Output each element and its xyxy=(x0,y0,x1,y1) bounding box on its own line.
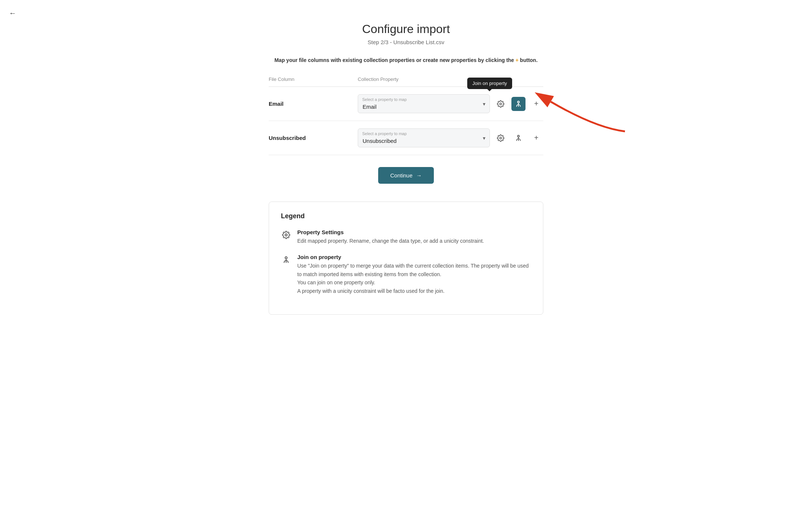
continue-label: Continue xyxy=(390,172,412,179)
col-property-header: Collection Property xyxy=(358,76,543,82)
unsubscribed-select-wrapper: Select a property to map Unsubscribed ▾ xyxy=(358,128,490,147)
plus-icon: + xyxy=(534,99,538,108)
page-title: Configure import xyxy=(269,22,543,36)
continue-arrow: → xyxy=(416,172,422,179)
gear-icon-2 xyxy=(497,134,504,142)
instruction-text-before: Map your file columns with existing coll… xyxy=(274,57,515,63)
legend-item-join: Join on property Use "Join on property" … xyxy=(281,254,531,295)
svg-point-1 xyxy=(518,101,520,103)
page-subtitle: Step 2/3 - Unsubscribe List.csv xyxy=(269,39,543,45)
legend-join-heading: Join on property xyxy=(297,254,531,260)
unsubscribed-join-button[interactable] xyxy=(511,131,525,145)
mapping-row-unsubscribed: Unsubscribed Select a property to map Un… xyxy=(269,121,543,155)
email-settings-button[interactable] xyxy=(494,97,508,111)
legend-card: Legend Property Settings Edit mapped pro… xyxy=(269,202,543,315)
svg-point-4 xyxy=(500,137,502,139)
table-header: File Column Collection Property xyxy=(269,76,543,87)
gear-icon xyxy=(497,100,504,108)
legend-join-icon xyxy=(281,255,291,265)
continue-section: Continue → xyxy=(269,167,543,184)
col-file-header: File Column xyxy=(269,76,358,82)
row-label-unsubscribed: Unsubscribed xyxy=(269,135,358,141)
join-button-wrapper: Join on property xyxy=(511,97,525,111)
svg-point-0 xyxy=(500,103,502,105)
email-join-button[interactable] xyxy=(511,97,525,111)
join-icon-2 xyxy=(515,134,522,142)
legend-item-settings: Property Settings Edit mapped property. … xyxy=(281,229,531,245)
legend-title: Legend xyxy=(281,212,531,220)
plus-symbol: + xyxy=(515,57,518,63)
mapping-row-email: Email Select a property to map Email ▾ xyxy=(269,87,543,121)
row-controls-unsubscribed: Select a property to map Unsubscribed ▾ xyxy=(358,128,543,147)
legend-gear-icon xyxy=(281,230,291,240)
back-button[interactable]: ← xyxy=(9,9,16,17)
email-select-wrapper: Select a property to map Email ▾ xyxy=(358,94,490,113)
svg-point-5 xyxy=(518,135,520,137)
row-label-email: Email xyxy=(269,101,358,107)
email-select[interactable]: Email xyxy=(358,94,490,113)
unsubscribed-add-button[interactable]: + xyxy=(529,131,543,145)
continue-button[interactable]: Continue → xyxy=(378,167,433,184)
main-container: Configure import Step 2/3 - Unsubscribe … xyxy=(261,0,551,330)
svg-point-8 xyxy=(285,257,287,259)
legend-settings-description: Edit mapped property. Rename, change the… xyxy=(297,237,484,245)
plus-icon-2: + xyxy=(534,134,538,142)
legend-join-description: Use "Join on property" to merge your dat… xyxy=(297,262,531,295)
legend-settings-content: Property Settings Edit mapped property. … xyxy=(297,229,484,245)
legend-settings-heading: Property Settings xyxy=(297,229,484,235)
instruction-text-after: button. xyxy=(518,57,537,63)
join-icon xyxy=(515,100,522,108)
row-controls-email: Select a property to map Email ▾ Join on… xyxy=(358,94,543,113)
email-add-button[interactable]: + xyxy=(529,97,543,111)
mapping-table: File Column Collection Property Email Se… xyxy=(269,76,543,155)
svg-point-7 xyxy=(285,234,287,236)
legend-join-content: Join on property Use "Join on property" … xyxy=(297,254,531,295)
unsubscribed-select[interactable]: Unsubscribed xyxy=(358,128,490,147)
instruction-text: Map your file columns with existing coll… xyxy=(269,57,543,63)
unsubscribed-settings-button[interactable] xyxy=(494,131,508,145)
